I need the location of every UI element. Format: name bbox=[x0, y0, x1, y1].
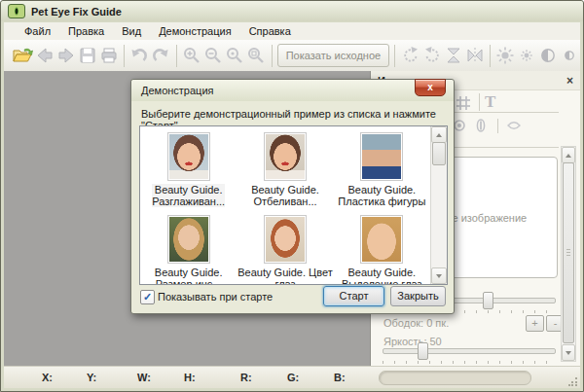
print-icon bbox=[99, 46, 119, 65]
zoom-fit-button[interactable] bbox=[246, 44, 267, 68]
contrast-small-icon bbox=[560, 46, 579, 65]
contrast-icon bbox=[538, 46, 558, 65]
save-button[interactable] bbox=[77, 44, 97, 68]
demo-item-eye-color[interactable]: Beauty Guide. Цветглаз bbox=[237, 215, 333, 285]
flip-horizontal-button[interactable] bbox=[464, 44, 485, 68]
zoom-actual-icon bbox=[225, 46, 244, 65]
toolbar-separator bbox=[490, 45, 491, 67]
demo-thumbnail bbox=[360, 132, 403, 181]
show-at-start-label: Показывать при старте bbox=[158, 291, 273, 303]
open-button[interactable] bbox=[13, 44, 33, 68]
menu-edit[interactable]: Правка bbox=[59, 23, 113, 40]
close-x-icon: x bbox=[427, 82, 433, 92]
zoom-actual-button[interactable] bbox=[225, 44, 245, 68]
rim-label: Ободок: 0 пк. bbox=[383, 317, 449, 329]
demo-thumbnail bbox=[264, 215, 307, 264]
flip-vertical-button[interactable] bbox=[443, 44, 463, 68]
app-window: Pet Eye Fix Guide Файл Правка Вид Демонс… bbox=[0, 0, 584, 392]
status-x-label: X: bbox=[42, 372, 53, 383]
brightness-down-button[interactable] bbox=[517, 44, 537, 68]
show-at-start-checkbox[interactable]: ✓ bbox=[140, 290, 155, 304]
text-tool-icon: T bbox=[485, 92, 495, 112]
cat-eye-tool-button[interactable] bbox=[472, 117, 490, 134]
demo-caption: Beauty Guide.Пластика фигуры bbox=[338, 184, 425, 207]
save-icon bbox=[78, 46, 97, 65]
rotate-ccw-icon bbox=[422, 46, 442, 65]
dialog-title: Демонстрация bbox=[141, 85, 214, 96]
demo-thumbnail bbox=[167, 132, 210, 181]
grid-tool-button[interactable] bbox=[455, 94, 472, 112]
panel-scrollbar[interactable] bbox=[561, 146, 576, 362]
title-bar[interactable]: Pet Eye Fix Guide bbox=[1, 1, 583, 21]
zoom-out-button[interactable] bbox=[203, 44, 224, 68]
redo-button[interactable] bbox=[151, 44, 171, 68]
demo-caption: Beauty Guide. Цветглаз bbox=[237, 267, 332, 285]
demo-dialog: Демонстрация x Выберите демонстрационный… bbox=[130, 79, 455, 314]
dialog-title-bar[interactable]: Демонстрация x bbox=[131, 80, 454, 101]
status-h-label: H: bbox=[184, 372, 196, 383]
brightness-up-button[interactable] bbox=[495, 44, 516, 68]
scrollbar-thumb[interactable] bbox=[432, 142, 446, 165]
brightness-slider-knob[interactable] bbox=[418, 342, 428, 360]
rotate-cw-icon bbox=[401, 46, 420, 65]
demo-caption: Beauty Guide.Выделение глаз bbox=[342, 267, 422, 285]
scroll-down-button[interactable] bbox=[562, 344, 575, 361]
panel-close-icon[interactable]: × bbox=[566, 75, 573, 87]
scroll-up-button[interactable] bbox=[562, 147, 575, 163]
demo-item-whitening[interactable]: Beauty Guide.Отбеливан... bbox=[237, 132, 333, 207]
forward-arrow-icon bbox=[56, 46, 76, 65]
demo-item-eye-highlight[interactable]: Beauty Guide.Выделение глаз bbox=[334, 215, 430, 285]
status-r-label: R: bbox=[240, 372, 252, 383]
contrast-down-button[interactable] bbox=[560, 44, 580, 68]
rim-plus-button[interactable]: + bbox=[526, 315, 544, 332]
demo-item-size[interactable]: Beauty Guide.Размер инс... bbox=[140, 215, 237, 285]
open-folder-icon bbox=[13, 47, 33, 65]
redo-icon bbox=[151, 46, 170, 65]
status-bar: X: Y: W: H: R: G: B: bbox=[4, 366, 580, 388]
scroll-up-button[interactable] bbox=[431, 126, 447, 143]
panel-separator bbox=[497, 119, 498, 133]
close-button[interactable]: Закрыть bbox=[390, 286, 446, 306]
dialog-close-button[interactable]: x bbox=[415, 79, 446, 96]
scrollbar-thumb[interactable] bbox=[563, 162, 574, 343]
resize-grip[interactable] bbox=[568, 376, 578, 386]
undo-icon bbox=[129, 46, 149, 65]
eye-outline-tool-button[interactable] bbox=[505, 118, 523, 133]
demo-caption: Beauty Guide.Разглаживан... bbox=[152, 184, 225, 207]
demo-items-grid: Beauty Guide.Разглаживан... Beauty Guide… bbox=[140, 126, 430, 285]
flip-horizontal-icon bbox=[465, 46, 485, 65]
text-tool-button[interactable]: T bbox=[485, 92, 495, 112]
scroll-down-button[interactable] bbox=[431, 267, 447, 284]
forward-button[interactable] bbox=[55, 44, 76, 68]
window-title: Pet Eye Fix Guide bbox=[31, 6, 122, 18]
show-original-button[interactable]: Показать исходное bbox=[277, 44, 389, 67]
start-button[interactable]: Старт bbox=[323, 286, 384, 306]
undo-button[interactable] bbox=[129, 44, 150, 68]
menu-view[interactable]: Вид bbox=[113, 23, 150, 40]
demo-thumbnail bbox=[360, 215, 403, 264]
toolbar-separator bbox=[124, 45, 125, 67]
brightness-slider[interactable] bbox=[383, 348, 556, 354]
menu-file[interactable]: Файл bbox=[16, 23, 59, 40]
demo-item-body-shaping[interactable]: Beauty Guide.Пластика фигуры bbox=[334, 132, 430, 207]
print-button[interactable] bbox=[98, 44, 119, 68]
zoom-in-icon bbox=[182, 46, 201, 65]
brightness-small-icon bbox=[517, 46, 536, 65]
size-slider-knob[interactable] bbox=[483, 292, 493, 309]
rotate-cw-button[interactable] bbox=[400, 44, 420, 68]
toolbar-separator bbox=[272, 45, 273, 67]
menu-help[interactable]: Справка bbox=[240, 23, 300, 40]
panel-separator bbox=[479, 93, 480, 111]
app-icon bbox=[8, 4, 25, 18]
back-arrow-icon bbox=[35, 46, 55, 65]
brightness-label: Яркость: 50 bbox=[383, 336, 442, 347]
demo-caption: Beauty Guide.Размер инс... bbox=[155, 267, 223, 285]
menu-demo[interactable]: Демонстрация bbox=[150, 23, 240, 40]
back-button[interactable] bbox=[34, 44, 55, 68]
contrast-up-button[interactable] bbox=[538, 44, 559, 68]
demo-list-scrollbar[interactable] bbox=[430, 126, 447, 284]
rotate-ccw-button[interactable] bbox=[421, 44, 442, 68]
menu-bar: Файл Правка Вид Демонстрация Справка bbox=[4, 22, 580, 41]
zoom-in-button[interactable] bbox=[182, 44, 202, 68]
demo-item-smoothing[interactable]: Beauty Guide.Разглаживан... bbox=[140, 132, 237, 207]
